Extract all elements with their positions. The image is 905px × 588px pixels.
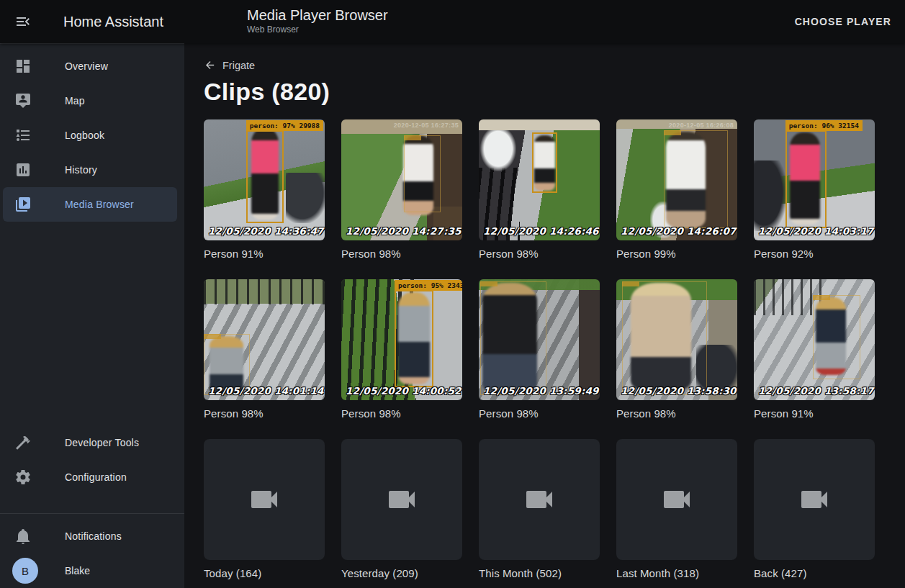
- clip-caption: Person 92%: [754, 248, 875, 262]
- clip-thumbnail: 12/05/2020 13:59:49: [479, 279, 600, 400]
- videocam-icon: [522, 482, 557, 517]
- sidebar-item-overview[interactable]: Overview: [3, 49, 177, 83]
- choose-player-button[interactable]: CHOOSE PLAYER: [789, 0, 897, 43]
- clip-item[interactable]: person: 97% 2998812/05/2020 14:36:47Pers…: [204, 119, 325, 262]
- clip-caption: Person 99%: [616, 248, 737, 262]
- sidebar-item-label: Configuration: [65, 471, 127, 483]
- folder-tile: [616, 439, 737, 560]
- clip-timestamp: 12/05/2020 13:58:30: [621, 385, 737, 397]
- videocam-icon: [384, 482, 419, 517]
- clip-caption: Person 98%: [479, 407, 600, 422]
- clip-thumbnail: 2020-12-05 16:26:0812/05/2020 14:26:07: [616, 119, 737, 240]
- folder-caption: Back (427): [754, 567, 875, 582]
- folder-item[interactable]: Yesterday (209): [341, 439, 462, 582]
- detection-label-chip: person: 95% 23432: [395, 280, 462, 291]
- detection-label-chip: person: 96% 32154: [785, 120, 863, 131]
- sidebar-item-notifications[interactable]: Notifications: [3, 519, 177, 553]
- view-dashboard-icon: [14, 58, 32, 75]
- clip-item[interactable]: 12/05/2020 13:58:17Person 91%: [754, 279, 875, 422]
- clip-caption: Person 98%: [616, 407, 737, 422]
- sidebar-footer: Notifications B Blake: [0, 513, 184, 588]
- clip-caption: Person 91%: [204, 248, 325, 262]
- sidebar-nav: Overview Map Logbook History Media Brows…: [0, 44, 184, 222]
- arrow-left-icon: [204, 59, 216, 71]
- videocam-icon: [659, 482, 694, 517]
- folder-tile: [341, 439, 462, 560]
- folder-item[interactable]: Last Month (318): [616, 439, 737, 582]
- detection-bbox: person: 97% 29988: [246, 130, 284, 223]
- sidebar-item-label: Notifications: [65, 530, 122, 542]
- detection-bbox: [480, 281, 546, 395]
- clip-item[interactable]: 12/05/2020 14:26:46Person 98%: [479, 119, 600, 262]
- detection-bbox: [813, 295, 860, 380]
- hammer-icon: [14, 434, 32, 451]
- breadcrumb-label: Frigate: [222, 60, 255, 71]
- format-list-bulleted-icon: [14, 127, 32, 144]
- sidebar-item-configuration[interactable]: Configuration: [3, 460, 177, 494]
- sidebar-item-label: Logbook: [65, 130, 104, 141]
- sidebar-item-label: Overview: [65, 60, 108, 72]
- sidebar-item-map[interactable]: Map: [3, 83, 177, 118]
- main-content: Frigate Clips (820) person: 97% 2998812/…: [184, 43, 905, 588]
- sidebar-item-history[interactable]: History: [3, 153, 177, 187]
- app-bar: Home Assistant Media Player Browser Web …: [0, 0, 905, 43]
- page-title: Clips (820): [204, 78, 905, 106]
- clip-item[interactable]: person: 95% 2343212/05/2020 14:00:52Pers…: [341, 279, 462, 422]
- clip-thumbnail: person: 97% 2998812/05/2020 14:36:47: [204, 119, 325, 240]
- folder-tile: [204, 439, 325, 560]
- detection-bbox: person: 96% 32154: [785, 130, 827, 228]
- clip-timestamp: 12/05/2020 14:26:46: [483, 225, 599, 237]
- clip-thumbnail: 12/05/2020 14:26:46: [479, 119, 600, 240]
- clip-thumbnail: 12/05/2020 13:58:17: [754, 279, 875, 400]
- clip-item[interactable]: person: 96% 3215412/05/2020 14:03:17Pers…: [754, 119, 875, 262]
- media-subtitle: Web Browser: [247, 24, 388, 35]
- detection-bbox: [622, 281, 707, 395]
- app-title: Home Assistant: [63, 14, 163, 30]
- camera-osd-timestamp: 2020-12-05 16:26:08: [669, 122, 734, 129]
- clip-thumbnail: 12/05/2020 14:01:14: [204, 279, 325, 400]
- videocam-icon: [247, 482, 282, 517]
- clip-timestamp: 12/05/2020 13:59:49: [483, 385, 599, 397]
- clip-timestamp: 12/05/2020 14:26:07: [621, 225, 737, 237]
- sidebar-item-label: Media Browser: [65, 199, 134, 210]
- clip-item[interactable]: 12/05/2020 13:58:30Person 98%: [616, 279, 737, 422]
- media-title: Media Player Browser: [247, 6, 388, 24]
- sidebar-item-media-browser[interactable]: Media Browser: [3, 187, 177, 222]
- sidebar-item-logbook[interactable]: Logbook: [3, 118, 177, 153]
- clip-item[interactable]: 12/05/2020 14:01:14Person 98%: [204, 279, 325, 422]
- sidebar-item-developer-tools[interactable]: Developer Tools: [3, 425, 177, 460]
- chart-box-icon: [14, 161, 32, 178]
- folder-caption: Last Month (318): [616, 567, 737, 582]
- sidebar-item-label: Map: [65, 95, 85, 107]
- videocam-icon: [797, 482, 832, 517]
- folder-caption: This Month (502): [479, 567, 600, 582]
- gear-icon: [14, 469, 32, 486]
- clip-thumbnail: person: 95% 2343212/05/2020 14:00:52: [341, 279, 462, 400]
- clip-thumbnail: 12/05/2020 13:58:30: [616, 279, 737, 400]
- breadcrumb-back-link[interactable]: Frigate: [204, 59, 255, 71]
- tooltip-account-icon: [14, 92, 32, 109]
- clip-timestamp: 12/05/2020 14:27:35: [346, 225, 461, 237]
- clip-timestamp: 12/05/2020 14:01:14: [208, 385, 324, 397]
- folder-item[interactable]: This Month (502): [479, 439, 600, 582]
- clips-grid: person: 97% 2998812/05/2020 14:36:47Pers…: [204, 119, 905, 582]
- clip-item[interactable]: 2020-12-05 16:27:3512/05/2020 14:27:35Pe…: [341, 119, 462, 262]
- sidebar-item-user-profile[interactable]: B Blake: [3, 553, 177, 588]
- user-name: Blake: [65, 565, 90, 576]
- folder-tile: [479, 439, 600, 560]
- folder-caption: Today (164): [204, 567, 325, 582]
- sidebar-item-label: Developer Tools: [65, 437, 139, 448]
- menu-open-icon[interactable]: [14, 13, 32, 30]
- sidebar-item-label: History: [65, 164, 97, 176]
- folder-item[interactable]: Back (427): [754, 439, 875, 582]
- detection-bbox: person: 95% 23432: [395, 290, 433, 386]
- detection-bbox: [532, 132, 557, 193]
- clip-item[interactable]: 2020-12-05 16:26:0812/05/2020 14:26:07Pe…: [616, 119, 737, 262]
- clip-item[interactable]: 12/05/2020 13:59:49Person 98%: [479, 279, 600, 422]
- camera-osd-timestamp: 2020-12-05 16:27:35: [394, 122, 459, 129]
- folder-item[interactable]: Today (164): [204, 439, 325, 582]
- sidebar: Overview Map Logbook History Media Brows…: [0, 43, 184, 588]
- media-header: Media Player Browser Web Browser: [247, 6, 388, 35]
- avatar: B: [12, 558, 38, 584]
- clip-caption: Person 98%: [341, 407, 462, 422]
